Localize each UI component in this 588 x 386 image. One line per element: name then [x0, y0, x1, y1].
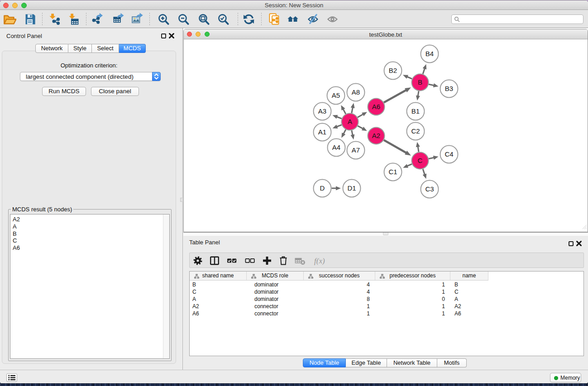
result-item[interactable]: A2 — [10, 216, 162, 223]
table-panel-float-icon[interactable] — [569, 241, 574, 246]
mcds-result-list[interactable]: A2ABCA6 — [10, 214, 170, 359]
result-item[interactable]: B — [10, 230, 162, 238]
export-table-button[interactable] — [112, 12, 125, 26]
edge-A-A6[interactable] — [358, 112, 367, 117]
edge-A-A1[interactable] — [333, 124, 342, 129]
node-B[interactable]: B — [412, 74, 429, 91]
node-C1[interactable]: C1 — [384, 163, 402, 181]
split-collapse-handle[interactable] — [180, 198, 183, 202]
tab-style[interactable]: Style — [68, 44, 92, 53]
node-A6[interactable]: A6 — [368, 99, 385, 115]
node-C[interactable]: C — [412, 152, 429, 169]
first-neighbors-button[interactable] — [286, 12, 300, 26]
network-window-titlebar[interactable]: testGlobe.txt — [184, 29, 588, 39]
result-item[interactable]: A — [10, 223, 162, 230]
search-box[interactable] — [451, 14, 583, 24]
tab-network[interactable]: Network — [35, 44, 68, 53]
horizontal-splitter[interactable] — [183, 233, 588, 236]
edge-A-A3[interactable] — [333, 115, 342, 119]
column-header-name[interactable]: name — [450, 272, 488, 281]
edge-B-B2[interactable] — [403, 75, 412, 79]
node-A4[interactable]: A4 — [328, 139, 345, 157]
show-panels-button[interactable] — [6, 373, 17, 382]
run-mcds-button[interactable]: Run MCDS — [42, 87, 86, 96]
edge-A-A2[interactable] — [358, 126, 367, 131]
window-resize-grip[interactable] — [581, 223, 587, 231]
node-A8[interactable]: A8 — [347, 84, 365, 101]
zoom-in-button[interactable] — [156, 12, 170, 26]
edge-A6-B[interactable] — [384, 87, 411, 102]
table-row-A6[interactable]: A6connector11A6 — [190, 310, 583, 317]
zoom-selected-button[interactable] — [216, 12, 229, 26]
search-input[interactable] — [462, 15, 581, 23]
network-canvas[interactable]: B4 B2 B B3 A8 A5 A6 A3 B1 A C2 A1 A2 A4 … — [184, 39, 588, 232]
node-A1[interactable]: A1 — [314, 124, 331, 141]
node-A[interactable]: A — [342, 114, 359, 130]
tab-mcds[interactable]: MCDS — [119, 44, 146, 53]
table-row-A[interactable]: Adominator80A — [190, 295, 583, 303]
node-table[interactable]: shared name MCDS role successor nodes pr… — [189, 271, 584, 356]
table-row-C[interactable]: Cdominator41C — [190, 288, 583, 295]
new-network-from-selection-button[interactable] — [268, 12, 281, 26]
node-A5[interactable]: A5 — [327, 87, 345, 105]
node-D1[interactable]: D1 — [343, 180, 361, 197]
edge-D-D1[interactable] — [332, 186, 341, 191]
export-image-button[interactable] — [130, 12, 144, 26]
unselect-all-columns-button[interactable] — [244, 255, 256, 267]
edge-A-A7[interactable] — [351, 130, 355, 139]
edge-A2-C[interactable] — [384, 140, 411, 156]
node-B4[interactable]: B4 — [421, 45, 439, 63]
control-panel-float-icon[interactable] — [161, 33, 166, 38]
column-header-MCDS-role[interactable]: MCDS role — [247, 272, 304, 281]
tab-node-table[interactable]: Node Table — [303, 358, 346, 367]
table-panel-close-icon[interactable] — [576, 240, 582, 247]
save-session-button[interactable] — [23, 12, 37, 26]
node-C3[interactable]: C3 — [421, 181, 439, 198]
edge-B-B3[interactable] — [429, 83, 439, 87]
import-table-button[interactable] — [67, 12, 81, 26]
delete-table-button[interactable] — [294, 255, 306, 267]
node-A7[interactable]: A7 — [347, 142, 365, 159]
function-builder-button[interactable]: f(x) — [314, 255, 325, 267]
node-B2[interactable]: B2 — [384, 62, 402, 80]
table-row-A2[interactable]: A2connector11A2 — [190, 303, 583, 310]
column-header-shared-name[interactable]: shared name — [190, 272, 247, 281]
edge-A-A8[interactable] — [351, 103, 355, 113]
open-session-button[interactable] — [3, 12, 16, 26]
node-B3[interactable]: B3 — [440, 80, 458, 98]
add-column-button[interactable] — [261, 255, 273, 267]
edge-C-C4[interactable] — [429, 156, 439, 160]
edge-C-C2[interactable] — [416, 142, 420, 152]
import-network-button[interactable] — [48, 12, 61, 26]
export-network-button[interactable] — [91, 12, 105, 26]
zoom-fit-button[interactable] — [196, 12, 210, 26]
result-item[interactable]: C — [10, 237, 162, 244]
show-all-button[interactable] — [326, 12, 339, 26]
tab-motifs[interactable]: Motifs — [437, 358, 467, 367]
result-item[interactable]: A6 — [10, 244, 162, 252]
splitter-grip[interactable] — [383, 233, 388, 235]
column-header-successor-nodes[interactable]: successor nodes — [304, 272, 375, 281]
result-list-scrollbar[interactable] — [163, 214, 169, 358]
zoom-out-button[interactable] — [176, 12, 190, 26]
apply-layout-button[interactable] — [242, 12, 255, 26]
table-settings-button[interactable] — [192, 255, 204, 267]
select-all-columns-button[interactable] — [226, 255, 238, 267]
edge-C-C1[interactable] — [403, 164, 412, 167]
delete-column-button[interactable] — [277, 255, 289, 267]
edge-B-B4[interactable] — [423, 64, 427, 74]
node-C2[interactable]: C2 — [407, 123, 425, 140]
control-panel-close-icon[interactable] — [168, 33, 175, 39]
edge-B-B1[interactable] — [416, 91, 420, 100]
hide-selected-button[interactable] — [306, 12, 320, 26]
node-D[interactable]: D — [314, 180, 331, 197]
column-header-predecessor-nodes[interactable]: predecessor nodes — [375, 272, 450, 281]
network-view-window[interactable]: testGlobe.txt — [183, 29, 588, 232]
tab-edge-table[interactable]: Edge Table — [346, 358, 387, 367]
close-panel-button[interactable]: Close panel — [91, 87, 139, 96]
memory-button[interactable]: Memory — [550, 373, 581, 382]
edge-A-A5[interactable] — [341, 105, 346, 114]
node-A3[interactable]: A3 — [314, 103, 331, 120]
node-B1[interactable]: B1 — [407, 103, 425, 120]
tab-network-table[interactable]: Network Table — [387, 358, 437, 367]
